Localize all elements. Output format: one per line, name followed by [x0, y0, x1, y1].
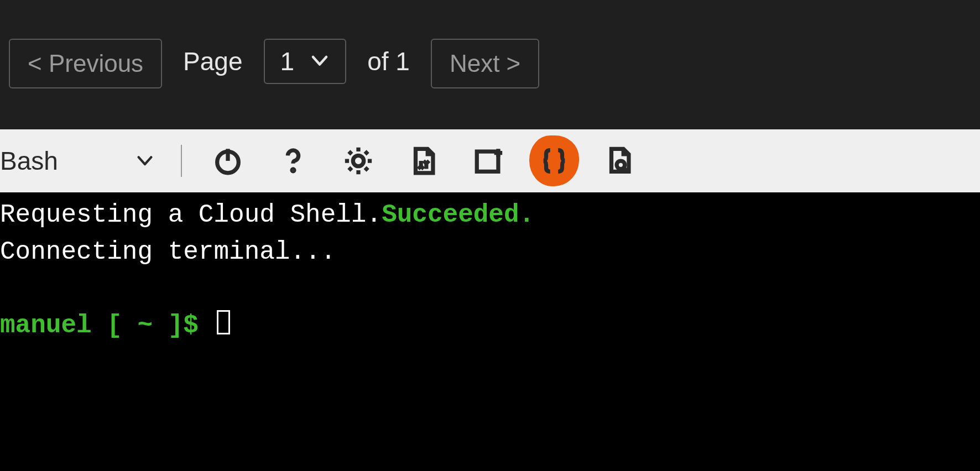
terminal-line-2: Connecting terminal...	[0, 234, 980, 271]
svg-point-2	[292, 169, 294, 171]
svg-point-3	[353, 155, 363, 166]
help-icon[interactable]	[274, 142, 312, 180]
previous-label: < Previous	[28, 50, 143, 77]
power-icon[interactable]	[208, 142, 247, 180]
editor-braces-icon[interactable]	[535, 142, 574, 180]
chevron-down-icon	[135, 146, 154, 176]
shell-type-select[interactable]: Bash	[0, 146, 154, 176]
next-label: Next >	[450, 50, 520, 77]
next-button[interactable]: Next >	[431, 39, 539, 88]
previous-button[interactable]: < Previous	[9, 39, 162, 88]
settings-gear-icon[interactable]	[339, 142, 378, 180]
upload-download-file-icon[interactable]	[404, 142, 443, 180]
pagination-bar: < Previous Page 1 of 1 Next >	[0, 0, 980, 129]
file-preview-icon[interactable]	[600, 142, 639, 180]
new-session-icon[interactable]	[470, 142, 508, 180]
page-select[interactable]: 1	[264, 39, 347, 84]
terminal-cursor	[217, 310, 230, 334]
terminal-blank-line	[0, 270, 980, 307]
terminal-output[interactable]: Requesting a Cloud Shell.Succeeded. Conn…	[0, 192, 980, 471]
cloud-shell-toolbar: Bash	[0, 129, 980, 192]
page-current: 1	[280, 46, 295, 76]
svg-point-5	[617, 161, 625, 169]
shell-type-label: Bash	[0, 146, 58, 176]
toolbar-divider	[181, 145, 182, 177]
page-label: Page	[183, 39, 242, 84]
terminal-prompt: manuel [ ~ ]$	[0, 307, 980, 344]
terminal-line-1: Requesting a Cloud Shell.Succeeded.	[0, 197, 980, 234]
chevron-down-icon	[310, 46, 330, 76]
page-of: of 1	[367, 39, 410, 84]
